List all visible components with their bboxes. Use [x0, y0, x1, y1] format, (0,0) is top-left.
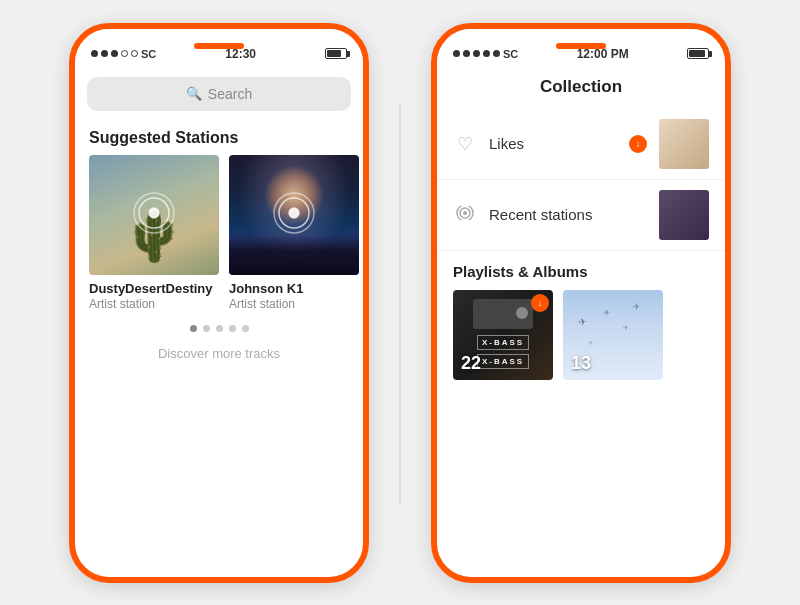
playlists-row: X-BASS X-BASS ↓ 22 ✈ — [453, 290, 709, 380]
phone-collection: SC 12:00 PM Collection ♡ Likes ↓ — [431, 23, 731, 583]
xbass-label-2: X-BASS — [477, 354, 529, 369]
xbass-label-1: X-BASS — [477, 335, 529, 350]
station-card-concert[interactable]: Johnson K1 Artist station — [229, 155, 359, 311]
playlist-card-xbass[interactable]: X-BASS X-BASS ↓ 22 — [453, 290, 553, 380]
station-card-desert[interactable]: 🌵 DustyDesertDestiny — [89, 155, 219, 311]
battery-icon-2 — [687, 48, 709, 59]
signal-dot-2-2 — [463, 50, 470, 57]
stations-list: 🌵 DustyDesertDestiny — [75, 155, 363, 311]
battery-level-2 — [689, 50, 705, 57]
svg-text:✈: ✈ — [588, 340, 593, 346]
phone-search: SC 12:30 🔍 Search Suggested Stations 🌵 — [69, 23, 369, 583]
carrier-label: SC — [141, 48, 156, 60]
svg-text:✈: ✈ — [632, 301, 641, 312]
battery-icon — [325, 48, 347, 59]
dot-1[interactable] — [190, 325, 197, 332]
xbass-knob — [516, 307, 528, 319]
signal-dot-3 — [111, 50, 118, 57]
playlists-title: Playlists & Albums — [453, 263, 709, 280]
pagination-dots — [75, 311, 363, 342]
radio-waves-small — [455, 206, 475, 220]
battery-area — [325, 48, 347, 59]
status-bar-1: SC 12:30 — [75, 39, 363, 69]
battery-area-2 — [687, 48, 709, 59]
dot-4[interactable] — [229, 325, 236, 332]
search-placeholder: Search — [208, 86, 252, 102]
search-icon: 🔍 — [186, 86, 202, 101]
discover-link[interactable]: Discover more tracks — [75, 342, 363, 365]
dot-5[interactable] — [242, 325, 249, 332]
likes-row[interactable]: ♡ Likes ↓ — [437, 109, 725, 180]
suggested-stations-title: Suggested Stations — [75, 119, 363, 155]
search-bar[interactable]: 🔍 Search — [87, 77, 351, 111]
signal-dot-2-1 — [453, 50, 460, 57]
playlists-section: Playlists & Albums X-BASS X-BASS ↓ 22 — [437, 251, 725, 388]
station-image-desert: 🌵 — [89, 155, 219, 275]
radio-overlay-2 — [269, 188, 319, 242]
radio-icon-small — [453, 204, 477, 225]
phones-divider — [399, 103, 401, 503]
birds-count: 13 — [571, 353, 591, 374]
signal-dot-2-5 — [493, 50, 500, 57]
time-display: 12:30 — [225, 47, 256, 61]
svg-point-4 — [463, 211, 467, 215]
carrier-label-2: SC — [503, 48, 518, 60]
likes-label: Likes — [489, 135, 617, 152]
station-name-concert: Johnson K1 — [229, 281, 359, 296]
collection-title: Collection — [437, 69, 725, 109]
dot-2[interactable] — [203, 325, 210, 332]
heart-icon: ♡ — [453, 133, 477, 155]
likes-thumb-image — [659, 119, 709, 169]
dot-3[interactable] — [216, 325, 223, 332]
xbass-device — [473, 299, 533, 329]
signal-dot-2-4 — [483, 50, 490, 57]
recent-thumbnail — [659, 190, 709, 240]
svg-text:✈: ✈ — [623, 324, 629, 331]
download-icon: ↓ — [636, 138, 641, 149]
signal-dot-2-3 — [473, 50, 480, 57]
signal-area-2: SC — [453, 48, 518, 60]
collection-screen: SC 12:00 PM Collection ♡ Likes ↓ — [437, 29, 725, 388]
search-screen: SC 12:30 🔍 Search Suggested Stations 🌵 — [75, 29, 363, 365]
signal-area: SC — [91, 48, 156, 60]
radio-waves-icon-2 — [269, 188, 319, 238]
radio-overlay-1 — [129, 188, 179, 242]
likes-download-badge: ↓ — [629, 135, 647, 153]
station-name-desert: DustyDesertDestiny — [89, 281, 219, 296]
station-type-concert: Artist station — [229, 297, 359, 311]
download-icon-xbass: ↓ — [538, 298, 543, 308]
battery-level — [327, 50, 341, 57]
signal-dot-5 — [131, 50, 138, 57]
recent-stations-row[interactable]: Recent stations — [437, 180, 725, 251]
svg-text:✈: ✈ — [577, 315, 587, 327]
radio-waves-icon-1 — [129, 188, 179, 238]
playlist-card-birds[interactable]: ✈ ✈ ✈ ✈ ✈ 13 — [563, 290, 663, 380]
status-bar-2: SC 12:00 PM — [437, 39, 725, 69]
svg-text:✈: ✈ — [603, 307, 611, 317]
station-type-desert: Artist station — [89, 297, 219, 311]
signal-dot-4 — [121, 50, 128, 57]
signal-dot-1 — [91, 50, 98, 57]
time-display-2: 12:00 PM — [577, 47, 629, 61]
xbass-count: 22 — [461, 353, 481, 374]
recent-thumb-image — [659, 190, 709, 240]
recent-stations-label: Recent stations — [489, 206, 647, 223]
station-image-concert — [229, 155, 359, 275]
likes-thumbnail — [659, 119, 709, 169]
signal-dot-2 — [101, 50, 108, 57]
xbass-download-badge: ↓ — [531, 294, 549, 312]
